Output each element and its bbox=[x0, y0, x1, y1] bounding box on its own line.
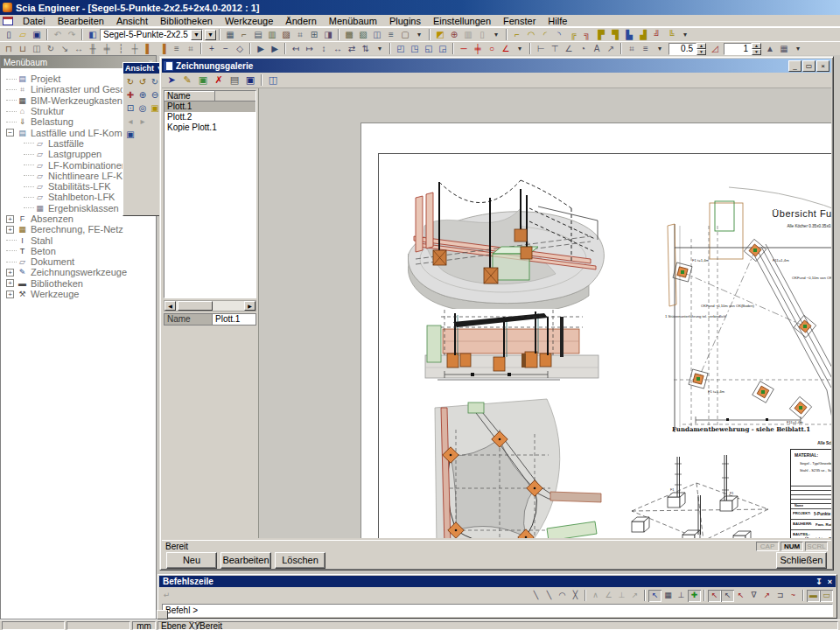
trim-icon[interactable]: ╫ bbox=[86, 43, 100, 55]
dim-angle-icon[interactable]: ∠ bbox=[562, 43, 576, 55]
hatch-icon[interactable]: ⌗ bbox=[184, 43, 198, 55]
stretch-icon[interactable]: ↔ bbox=[72, 43, 86, 55]
snap-midpoint-icon[interactable]: ∠ bbox=[602, 590, 615, 602]
menu-item[interactable]: Ansicht bbox=[110, 15, 154, 27]
gallery-canvas[interactable]: Übersicht Fundamente Alle Köcher 0.35x0.… bbox=[258, 88, 831, 538]
dim-horizontal-icon[interactable]: ⊢ bbox=[534, 43, 548, 55]
count-spinner-buttons[interactable]: ▲▼ bbox=[752, 43, 761, 55]
menu-item[interactable]: Ändern bbox=[279, 15, 322, 27]
snap-perpendicular-icon[interactable]: ⊥ bbox=[615, 590, 628, 602]
edit-plot-icon[interactable]: ✎ bbox=[179, 74, 195, 88]
tree-item[interactable]: +▦Berechnung, FE-Netz bbox=[6, 224, 156, 234]
structure-model-icon[interactable]: ▦ bbox=[223, 29, 237, 41]
delete-plot-icon[interactable]: ✗ bbox=[211, 74, 227, 88]
mesh-icon[interactable]: ⌗ bbox=[293, 29, 307, 41]
snap-line2-icon[interactable]: ╲ bbox=[542, 590, 556, 602]
copy-plot-icon[interactable]: ▣ bbox=[195, 74, 211, 88]
menu-item[interactable]: Bearbeiten bbox=[52, 15, 110, 27]
next-view-icon[interactable]: ▸ bbox=[136, 115, 149, 128]
align-left-icon[interactable]: ↤ bbox=[289, 43, 303, 55]
align-right-icon[interactable]: ↦ bbox=[303, 43, 317, 55]
snap-point-icon[interactable]: ↖ bbox=[721, 590, 734, 602]
array-right-icon[interactable]: ▐ bbox=[156, 43, 170, 55]
gallery-list-item[interactable]: Kopie Plott.1 bbox=[164, 122, 256, 133]
befehlszeile-caption[interactable]: Befehlszeile ↧ × bbox=[159, 576, 836, 587]
print-plot-icon[interactable]: ▤ bbox=[227, 74, 242, 88]
swap-icon[interactable]: ⇅ bbox=[359, 43, 373, 55]
zoom-window-icon[interactable]: ⊡ bbox=[124, 102, 136, 115]
edit-button[interactable]: Bearbeiten bbox=[220, 552, 271, 569]
menu-item[interactable]: Plugins bbox=[383, 15, 427, 27]
close-button[interactable]: Schließen bbox=[776, 552, 827, 569]
calculation-icon[interactable]: ▩ bbox=[342, 29, 356, 41]
spin-up-icon[interactable]: ▲ bbox=[752, 43, 761, 49]
tree-item[interactable]: ΤBeton bbox=[6, 246, 156, 256]
zoom-document-icon[interactable]: ⊕ bbox=[447, 29, 461, 41]
project-combobox[interactable]: Segel-5-Punkte-2x2.5 ▼ bbox=[100, 29, 203, 41]
extend-icon[interactable]: ╪ bbox=[100, 43, 114, 55]
spin-up-icon[interactable]: ▲ bbox=[696, 43, 706, 49]
spin-down-icon[interactable]: ▼ bbox=[696, 49, 706, 55]
tile-windows-icon[interactable]: ◰ bbox=[394, 43, 408, 55]
dropdown-arrow-icon[interactable]: ▾ bbox=[513, 43, 527, 55]
dropdown-arrow-icon[interactable]: ▾ bbox=[791, 43, 805, 55]
view-3d-window-icon[interactable]: ▣ bbox=[124, 128, 136, 141]
insert-to-document-icon[interactable]: ➤ bbox=[164, 74, 179, 88]
grid-snap-icon[interactable]: ▦ bbox=[662, 590, 675, 602]
zoom-in-icon[interactable]: ⊕ bbox=[136, 88, 149, 102]
snap-add-icon[interactable]: ✚ bbox=[688, 590, 701, 602]
snap-off-icon[interactable]: ╳ bbox=[569, 590, 582, 602]
close-icon[interactable]: × bbox=[828, 578, 832, 586]
level-up-icon[interactable]: ▲ bbox=[763, 43, 777, 55]
undo-icon[interactable]: ↶ bbox=[51, 29, 65, 41]
delete-button[interactable]: Löschen bbox=[275, 552, 326, 569]
profile-l-icon[interactable]: ⌐ bbox=[510, 29, 524, 41]
list-horizontal-scrollbar[interactable]: ◀ ▶ bbox=[164, 300, 256, 312]
scale-spinner-buttons[interactable]: ▲▼ bbox=[696, 43, 706, 55]
new-document-icon[interactable]: ▯ bbox=[2, 29, 16, 41]
snap-point-red-icon[interactable]: ↖ bbox=[708, 590, 721, 602]
combobox-dropdown-icon[interactable]: ▼ bbox=[191, 30, 202, 40]
dropdown-arrow-icon[interactable]: ▾ bbox=[412, 29, 426, 41]
mirror-icon[interactable]: ◫ bbox=[30, 43, 44, 55]
dropdown-arrow-icon[interactable]: ▾ bbox=[653, 43, 667, 55]
slab-icon[interactable]: ▤ bbox=[251, 29, 265, 41]
draw-rectangle-icon[interactable]: ╪ bbox=[471, 43, 485, 55]
profile-block4-icon[interactable]: ▟ bbox=[636, 29, 650, 41]
dim-radius-icon[interactable]: ◔ bbox=[576, 43, 590, 55]
stack-icon[interactable]: ≡ bbox=[170, 43, 184, 55]
dim-vertical-icon[interactable]: ⊤ bbox=[548, 43, 562, 55]
command-input[interactable] bbox=[162, 604, 833, 617]
profile-arc-icon[interactable]: ◠ bbox=[524, 29, 538, 41]
snap-arc-icon[interactable]: ◠ bbox=[556, 590, 569, 602]
project-extra-dropdown-icon[interactable]: ▼ bbox=[205, 30, 216, 40]
count-spinner[interactable]: 1 ▲▼ bbox=[724, 43, 761, 55]
gallery-list-item[interactable]: Plott.1 bbox=[164, 102, 256, 112]
select-remove-icon[interactable]: − bbox=[219, 43, 233, 55]
menu-item[interactable]: Werkzeuge bbox=[219, 15, 279, 27]
menu-item[interactable]: Hilfe bbox=[542, 15, 573, 27]
scroll-right-icon[interactable]: ▶ bbox=[244, 301, 256, 311]
dot-grid-icon[interactable]: ▬ bbox=[807, 590, 820, 602]
select-add-icon[interactable]: + bbox=[205, 43, 219, 55]
scale-spinner-value[interactable]: 0.5 bbox=[668, 43, 696, 55]
new-button[interactable]: Neu bbox=[166, 552, 217, 569]
send-to-graphics-icon[interactable]: ◫ bbox=[265, 74, 281, 88]
cursor-snap-icon[interactable]: ↖ bbox=[648, 590, 662, 602]
profile-block2-icon[interactable]: ▜ bbox=[608, 29, 622, 41]
rotate-element-icon[interactable]: ↻ bbox=[44, 43, 58, 55]
scale-spinner[interactable]: 0.5 ▲▼ bbox=[668, 43, 706, 55]
activity-icon[interactable]: ◿ bbox=[708, 43, 722, 55]
dropdown-arrow-icon[interactable]: ▾ bbox=[678, 29, 692, 41]
tree-item[interactable]: +✎Zeichnungswerkzeuge bbox=[6, 267, 156, 277]
save-plot-icon[interactable]: ▣ bbox=[242, 74, 258, 88]
clipboard-icon[interactable]: ▨ bbox=[279, 29, 293, 41]
tree-item[interactable]: ▱Dokument bbox=[6, 256, 156, 267]
tree-item[interactable]: ΙStahl bbox=[6, 234, 156, 245]
spin-down-icon[interactable]: ▼ bbox=[752, 49, 761, 55]
minimize-icon[interactable]: _ bbox=[788, 60, 802, 72]
snap-line-icon[interactable]: ╲ bbox=[529, 590, 542, 602]
profile-close2-icon[interactable]: ╚ bbox=[664, 29, 678, 41]
document-preview-icon[interactable]: ▧ bbox=[356, 29, 370, 41]
align-vertical-icon[interactable]: ↕ bbox=[317, 43, 331, 55]
